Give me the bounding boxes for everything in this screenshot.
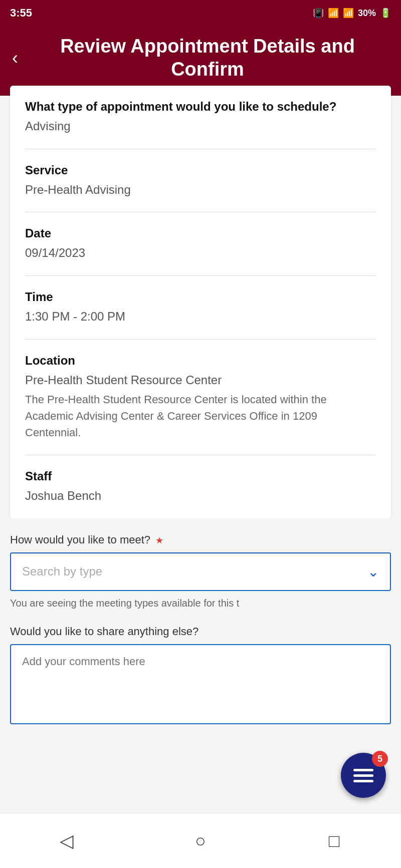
staff-label: Staff <box>25 469 376 483</box>
recents-nav-icon: □ <box>329 830 340 851</box>
meeting-type-dropdown[interactable]: Search by type ⌄ <box>10 552 391 591</box>
comments-section: Would you like to share anything else? <box>0 610 401 741</box>
battery-icon: 🔋 <box>380 8 391 19</box>
nav-bar: ◁ ○ □ <box>0 813 401 868</box>
appointment-type-value: Advising <box>25 118 376 135</box>
back-nav-icon: ◁ <box>60 830 74 851</box>
staff-value: Joshua Bench <box>25 487 376 504</box>
appointment-type-question: What type of appointment would you like … <box>25 100 376 114</box>
time-label: Time <box>25 290 376 304</box>
date-label: Date <box>25 226 376 240</box>
signal-icon: 📶 <box>343 8 354 19</box>
fab-menu-button[interactable]: 5 <box>341 753 386 798</box>
location-value: Pre-Health Student Resource Center <box>25 372 376 389</box>
meeting-type-placeholder: Search by type <box>22 564 102 578</box>
status-time: 3:55 <box>10 7 32 20</box>
required-indicator: ★ <box>155 535 163 545</box>
status-icons: 📳 📶 📶 30% 🔋 <box>313 8 391 19</box>
home-nav-icon: ○ <box>195 830 206 851</box>
location-description: The Pre-Health Student Resource Center i… <box>25 391 376 441</box>
location-label: Location <box>25 354 376 368</box>
nav-recents-button[interactable]: □ <box>319 826 349 856</box>
status-bar: 3:55 📳 📶 📶 30% 🔋 <box>0 0 401 26</box>
date-value: 09/14/2023 <box>25 244 376 261</box>
time-row: Time 1:30 PM - 2:00 PM <box>25 276 376 340</box>
battery-percent: 30% <box>358 8 376 19</box>
chevron-down-icon: ⌄ <box>367 563 379 580</box>
staff-row: Staff Joshua Bench <box>25 455 376 518</box>
nav-home-button[interactable]: ○ <box>185 826 216 856</box>
nav-back-button[interactable]: ◁ <box>52 826 82 856</box>
vibrate-icon: 📳 <box>313 8 324 19</box>
wifi-icon: 📶 <box>328 8 339 19</box>
meeting-section: How would you like to meet? ★ Search by … <box>0 518 401 610</box>
details-card: What type of appointment would you like … <box>10 86 391 518</box>
service-value: Pre-Health Advising <box>25 181 376 198</box>
meeting-hint-text: You are seeing the meeting types availab… <box>10 596 391 610</box>
back-button[interactable]: ‹ <box>12 49 18 67</box>
service-row: Service Pre-Health Advising <box>25 149 376 213</box>
appointment-type-row: What type of appointment would you like … <box>25 86 376 149</box>
page-title: Review Appointment Details and Confirm <box>26 35 389 81</box>
location-row: Location Pre-Health Student Resource Cen… <box>25 340 376 456</box>
date-row: Date 09/14/2023 <box>25 212 376 276</box>
time-value: 1:30 PM - 2:00 PM <box>25 308 376 325</box>
service-label: Service <box>25 163 376 177</box>
hamburger-icon <box>353 769 373 782</box>
comments-input[interactable] <box>10 644 391 724</box>
meeting-question: How would you like to meet? ★ <box>10 533 391 546</box>
comments-question: Would you like to share anything else? <box>10 625 391 638</box>
fab-badge: 5 <box>372 751 388 767</box>
